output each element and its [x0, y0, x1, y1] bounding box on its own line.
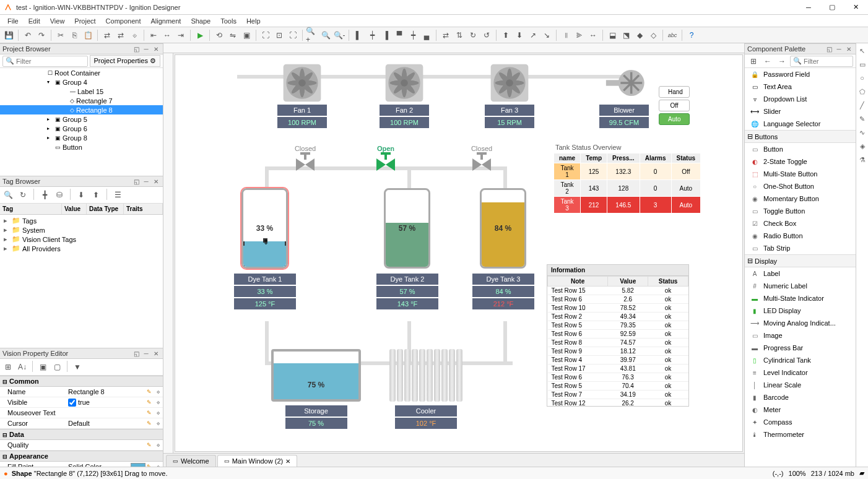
db-readwrite-icon[interactable]: ⟐ [128, 29, 141, 41]
play-button[interactable]: ▶ [194, 29, 206, 41]
valve-component[interactable]: Open [370, 145, 401, 171]
union-icon[interactable]: ⬓ [606, 29, 618, 41]
hand-button[interactable]: Hand [659, 86, 690, 98]
circle-tool-icon[interactable]: ○ [857, 73, 867, 83]
palette-expand-icon[interactable]: → [776, 55, 788, 67]
align-right-icon[interactable]: ▐ [380, 29, 392, 41]
palette-section[interactable]: ⊟Buttons [745, 130, 856, 143]
palette-item[interactable]: ◉Momentary Button [745, 192, 856, 205]
panel-dock-icon[interactable]: ◱ [825, 45, 833, 53]
palette-item[interactable]: 🌐Language Selector [745, 118, 856, 130]
line-tool-icon[interactable]: ╱ [857, 100, 867, 110]
panel-close-icon[interactable]: ✕ [152, 177, 160, 186]
panel-close-icon[interactable]: ✕ [152, 45, 160, 53]
prop-row[interactable]: NameRectangle 8✎⟐ [0, 387, 163, 397]
snap-center-icon[interactable]: ↔ [161, 29, 173, 41]
tab-close-icon[interactable]: ✕ [285, 458, 290, 465]
menu-project[interactable]: Project [69, 16, 100, 26]
palette-item[interactable]: ▭Image [745, 329, 856, 342]
valve-component[interactable]: Closed [466, 145, 497, 171]
panel-dock-icon[interactable]: ◱ [132, 45, 141, 53]
subtract-icon[interactable]: ⬔ [620, 29, 632, 41]
prop-filter-icon[interactable]: ▼ [71, 361, 84, 373]
front-icon[interactable]: ⬆ [500, 29, 512, 41]
project-filter-input[interactable]: 🔍 [2, 56, 88, 67]
db-connect-icon[interactable]: ⇄ [101, 29, 113, 41]
back-icon[interactable]: ⬇ [513, 29, 526, 41]
paste-button[interactable]: 📋 [82, 29, 94, 41]
rect-tool-icon[interactable]: ▭ [857, 59, 867, 69]
palette-item[interactable]: #Numeric Label [745, 280, 856, 292]
tank-component[interactable]: 57 % Dye Tank 2 57 % 143 °F [384, 188, 430, 309]
save-button[interactable]: 💾 [2, 29, 15, 41]
flip-v-icon[interactable]: ⇅ [453, 29, 466, 41]
path-tool-icon[interactable]: ∿ [857, 127, 867, 137]
tree-row[interactable]: ◇Rectangle 7 [0, 96, 163, 105]
panel-close-icon[interactable]: ✕ [844, 45, 853, 53]
prop-row[interactable]: Fill PaintSolid Color ✎⟐ [0, 462, 163, 467]
gradient-tool-icon[interactable]: ◈ [857, 141, 867, 151]
palette-list[interactable]: 🔒Password Field▭Text Area▿Dropdown List⟷… [745, 68, 856, 467]
tree-row[interactable]: ▸▣Group 8 [0, 133, 163, 142]
menu-shape[interactable]: Shape [186, 16, 215, 26]
palette-item[interactable]: ▭Tab Strip [745, 242, 856, 254]
flip-h-icon[interactable]: ⇄ [440, 29, 452, 41]
prop-expand-icon[interactable]: ▣ [37, 361, 49, 373]
tree-row[interactable]: ◇Rectangle 8 [0, 105, 163, 114]
palette-item[interactable]: ▬Progress Bar [745, 342, 856, 354]
window-tab[interactable]: ▭Welcome [166, 455, 216, 467]
tag-root[interactable]: ▸📁System [1, 225, 162, 235]
fan-component[interactable]: Fan 315 RPM [485, 61, 534, 128]
valve-component[interactable]: Closed [290, 145, 321, 171]
panel-dock-icon[interactable]: ◱ [132, 349, 141, 358]
menu-file[interactable]: File [2, 16, 24, 26]
palette-tree-icon[interactable]: ⊞ [747, 55, 760, 67]
project-tree[interactable]: ☐Root Container▾▣Group 4—Label 15◇Rectan… [0, 68, 163, 176]
fit-icon[interactable]: ⊡ [273, 29, 285, 41]
align-center-h-icon[interactable]: ┿ [366, 29, 378, 41]
palette-item[interactable]: ○One-Shot Button [745, 180, 856, 192]
palette-item[interactable]: ◐Meter [745, 403, 856, 416]
menu-help[interactable]: Help [241, 16, 266, 26]
tank-component[interactable]: 84 % Dye Tank 3 84 % 212 °F [480, 188, 526, 309]
menu-edit[interactable]: Edit [24, 16, 45, 26]
zoom-reset-button[interactable]: 🔍 [319, 29, 332, 41]
palette-item[interactable]: ≡Level Indicator [745, 366, 856, 379]
mirror-icon[interactable]: ⇋ [227, 29, 239, 41]
zoom-in-button[interactable]: 🔍+ [306, 29, 318, 41]
palette-item[interactable]: ▮Barcode [745, 391, 856, 403]
palette-item[interactable]: ▯Cylindrical Tank [745, 354, 856, 366]
align-middle-icon[interactable]: ┿ [407, 29, 419, 41]
palette-item[interactable]: ▭Text Area [745, 80, 856, 93]
panel-close-icon[interactable]: ✕ [152, 349, 160, 358]
palette-item[interactable]: ▮LED Display [745, 304, 856, 317]
menu-alignment[interactable]: Alignment [145, 16, 186, 26]
tree-row[interactable]: ☐Root Container [0, 68, 163, 77]
copy-button[interactable]: ⎘ [68, 29, 80, 41]
tree-row[interactable]: ▸▣Group 6 [0, 124, 163, 133]
help-icon[interactable]: ? [685, 29, 698, 41]
tree-row[interactable]: ▾▣Group 4 [0, 77, 163, 87]
close-button[interactable]: ✕ [847, 2, 864, 13]
blower-component[interactable]: Blower99.5 CFM [599, 61, 649, 128]
undo-button[interactable]: ↶ [22, 29, 34, 41]
fan-component[interactable]: Fan 2100 RPM [380, 61, 429, 128]
menu-component[interactable]: Component [101, 16, 146, 26]
pencil-tool-icon[interactable]: ✎ [857, 114, 867, 124]
prop-row[interactable]: Visible true✎⟐ [0, 397, 163, 408]
tag-tree-mode-icon[interactable]: ☰ [111, 189, 124, 201]
tag-import-icon[interactable]: ⬇ [75, 189, 87, 201]
panel-minimize-icon[interactable]: ─ [142, 45, 150, 53]
tag-add-icon[interactable]: ╋ [38, 189, 51, 201]
palette-filter-input[interactable]: 🔍 [790, 56, 853, 67]
expand-icon[interactable]: ⛶ [259, 29, 272, 41]
palette-item[interactable]: ⟷Slider [745, 105, 856, 118]
minimize-button[interactable]: ─ [800, 2, 817, 13]
align-bottom-icon[interactable]: ▄ [420, 29, 433, 41]
redo-button[interactable]: ↷ [35, 29, 48, 41]
prop-collapse-icon[interactable]: ▢ [51, 361, 63, 373]
rotate-cw-icon[interactable]: ↻ [467, 29, 479, 41]
palette-item[interactable]: 🔒Password Field [745, 68, 856, 80]
palette-item[interactable]: ◉Radio Button [745, 230, 856, 242]
panel-minimize-icon[interactable]: ─ [835, 45, 843, 53]
